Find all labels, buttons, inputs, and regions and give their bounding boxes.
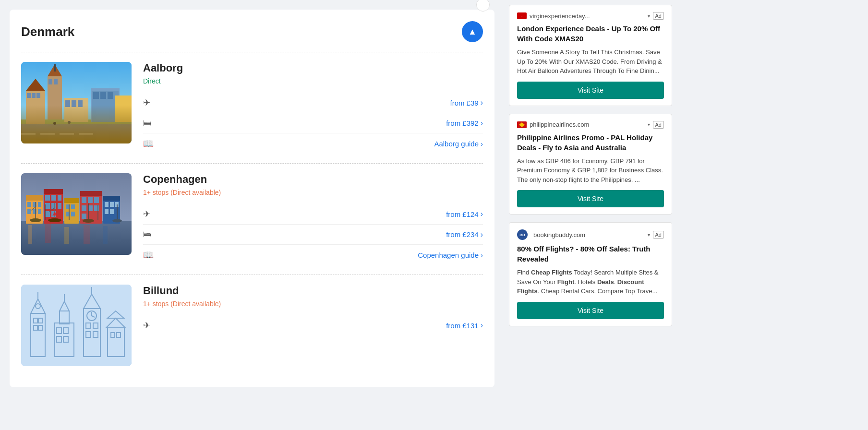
hotel-price-link-aalborg[interactable]: from £392 › xyxy=(446,119,483,128)
ad-domain-virgin: virginexperienceday... xyxy=(530,12,644,20)
ad-card-pal: philippineairlines.com ▾ Ad Philippine A… xyxy=(509,114,672,215)
svg-point-27 xyxy=(68,121,71,124)
ad-domain-pal: philippineairlines.com xyxy=(530,121,644,128)
svg-rect-39 xyxy=(33,202,36,207)
ad-title-bookingbuddy: 80% Off Flights? - 80% Off Sales: Truth … xyxy=(517,244,664,264)
ad-logo-bookingbuddy: BB xyxy=(517,229,528,240)
flight-price-link-copenhagen[interactable]: from £124 › xyxy=(446,210,483,218)
ad-card-virgin: ← virginexperienceday... ▾ Ad London Exp… xyxy=(509,5,672,106)
svg-rect-68 xyxy=(82,214,86,219)
svg-rect-71 xyxy=(105,202,108,207)
svg-rect-24 xyxy=(60,133,74,135)
svg-rect-42 xyxy=(33,209,36,214)
dropdown-arrow-bookingbuddy: ▾ xyxy=(648,232,650,238)
destination-info-billund: Billund 1+ stops (Direct available) from… xyxy=(143,285,483,366)
ad-header-pal: philippineairlines.com ▾ Ad xyxy=(517,121,664,129)
svg-rect-65 xyxy=(82,205,86,211)
svg-rect-46 xyxy=(45,195,50,201)
svg-rect-49 xyxy=(45,203,50,209)
svg-rect-34 xyxy=(84,225,90,244)
ad-title-virgin: London Experience Deals - Up To 20% Off … xyxy=(517,24,664,44)
flight-price-link-billund[interactable]: from £131 › xyxy=(446,321,483,330)
destination-info-copenhagen: Copenhagen 1+ stops (Direct available) f… xyxy=(143,173,483,265)
svg-point-86 xyxy=(48,218,61,222)
guide-row-aalborg: Aalborg guide › xyxy=(143,133,483,154)
chevron-right-icon: › xyxy=(481,98,483,107)
ad-title-pal: Philippine Airlines Promo - PAL Holiday … xyxy=(517,132,664,153)
destination-image-billund xyxy=(21,285,132,366)
visit-site-button-pal[interactable]: Visit Site xyxy=(517,190,664,207)
visit-site-button-bookingbuddy[interactable]: Visit Site xyxy=(517,302,664,319)
visit-site-button-virgin[interactable]: Visit Site xyxy=(517,82,664,99)
ad-badge-bookingbuddy: Ad xyxy=(653,231,664,239)
svg-rect-75 xyxy=(110,209,114,214)
sidebar: ← virginexperienceday... ▾ Ad London Exp… xyxy=(504,0,682,430)
svg-rect-61 xyxy=(80,191,102,196)
hotel-icon-copenhagen xyxy=(143,229,152,239)
svg-point-88 xyxy=(112,219,122,223)
svg-rect-30 xyxy=(21,221,132,255)
ad-header-virgin: ← virginexperienceday... ▾ Ad xyxy=(517,12,664,20)
svg-rect-3 xyxy=(27,93,31,98)
svg-rect-41 xyxy=(27,209,31,214)
ad-logo-pal xyxy=(517,121,527,128)
flight-price-row-copenhagen: from £124 › xyxy=(143,204,483,225)
country-header: Denmark ▲ xyxy=(21,21,483,42)
svg-rect-14 xyxy=(72,100,76,107)
guide-link-aalborg[interactable]: Aalborg guide › xyxy=(434,140,483,148)
svg-rect-15 xyxy=(78,100,83,107)
chevron-right-icon: › xyxy=(481,230,483,239)
svg-rect-23 xyxy=(40,133,55,135)
guide-link-copenhagen[interactable]: Copenhagen guide › xyxy=(418,251,483,259)
ad-header-bookingbuddy: BB bookingbuddy.com ▾ Ad xyxy=(517,229,664,240)
svg-rect-47 xyxy=(51,195,56,201)
svg-rect-21 xyxy=(21,124,132,143)
svg-rect-37 xyxy=(26,195,43,201)
ad-body-virgin: Give Someone A Story To Tell This Christ… xyxy=(517,48,664,76)
destination-item-copenhagen: Copenhagen 1+ stops (Direct available) f… xyxy=(21,163,483,275)
guide-icon-copenhagen xyxy=(143,250,154,260)
plane-icon-aalborg xyxy=(143,97,150,108)
svg-point-87 xyxy=(83,219,94,223)
destination-image-copenhagen xyxy=(21,173,132,255)
svg-rect-43 xyxy=(38,209,41,214)
country-title: Denmark xyxy=(21,24,74,39)
hotel-icon-aalborg xyxy=(143,118,152,128)
dropdown-arrow-pal: ▾ xyxy=(648,122,650,127)
svg-rect-38 xyxy=(27,202,31,207)
destination-name-aalborg: Aalborg xyxy=(143,62,483,74)
chevron-right-icon: › xyxy=(481,210,483,218)
svg-rect-64 xyxy=(94,197,99,203)
svg-rect-13 xyxy=(65,100,70,107)
svg-rect-52 xyxy=(45,211,50,217)
svg-rect-40 xyxy=(38,202,41,207)
svg-rect-32 xyxy=(45,224,51,243)
svg-rect-48 xyxy=(58,195,61,201)
hotel-price-link-copenhagen[interactable]: from £234 › xyxy=(446,230,483,239)
svg-rect-22 xyxy=(21,133,36,135)
flight-price-link-aalborg[interactable]: from £39 › xyxy=(450,98,483,107)
svg-rect-57 xyxy=(71,204,75,209)
svg-rect-20 xyxy=(108,92,113,99)
destination-stops-copenhagen: 1+ stops (Direct available) xyxy=(143,189,483,196)
guide-icon-aalborg xyxy=(143,138,154,149)
ad-body-pal: As low as GBP 406 for Economy, GBP 791 f… xyxy=(517,156,664,185)
svg-rect-51 xyxy=(58,203,61,209)
svg-rect-19 xyxy=(100,92,106,99)
chevron-up-icon: ▲ xyxy=(468,27,477,37)
svg-rect-33 xyxy=(64,227,69,244)
svg-rect-25 xyxy=(79,133,93,135)
collapse-button[interactable]: ▲ xyxy=(462,21,483,42)
svg-point-85 xyxy=(30,218,41,222)
ad-badge-pal: Ad xyxy=(653,121,664,129)
top-bar xyxy=(10,0,494,10)
main-content: Denmark ▲ xyxy=(0,0,504,430)
destination-name-billund: Billund xyxy=(143,285,483,297)
hotel-price-row-aalborg: from £392 › xyxy=(143,113,483,133)
dropdown-arrow-virgin: ▾ xyxy=(648,13,650,19)
chevron-right-icon: › xyxy=(481,251,483,259)
destination-item-billund: Billund 1+ stops (Direct available) from… xyxy=(21,275,483,376)
svg-rect-28 xyxy=(115,96,132,122)
svg-rect-5 xyxy=(36,93,40,98)
destination-stops-billund: 1+ stops (Direct available) xyxy=(143,300,483,308)
